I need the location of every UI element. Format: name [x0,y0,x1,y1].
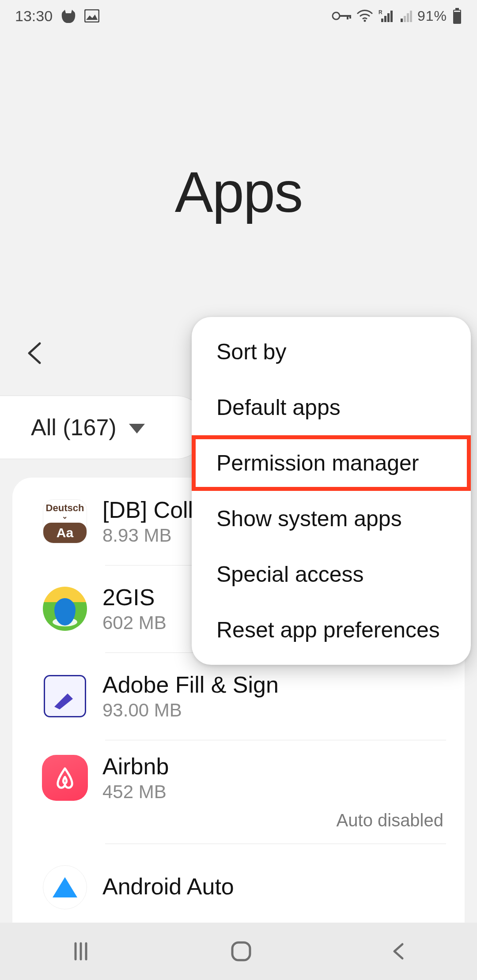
app-name: Android Auto [102,873,447,900]
svg-rect-15 [401,19,403,22]
app-size: 93.00 MB [102,700,447,721]
menu-item-default-apps[interactable]: Default apps [192,380,471,435]
menu-item-special-access[interactable]: Special access [192,547,471,602]
svg-rect-12 [404,16,406,22]
picture-icon [84,9,99,23]
app-row[interactable]: Android Auto [12,844,465,923]
battery-icon [452,8,462,24]
svg-rect-16 [455,8,459,10]
signal-2-icon [398,10,412,22]
app-row[interactable]: Airbnb 452 MB Auto disabled [12,740,465,844]
app-icon-airbnb [42,755,88,801]
wifi-icon [356,9,373,23]
app-name: Airbnb [102,753,447,780]
svg-rect-9 [387,13,390,22]
menu-item-show-system-apps[interactable]: Show system apps [192,491,471,547]
menu-item-sort-by[interactable]: Sort by [192,324,471,380]
app-icon-db: Deutsch⌄Aa [43,499,87,543]
svg-rect-10 [390,11,393,22]
svg-rect-7 [381,19,383,22]
svg-rect-13 [407,13,409,22]
app-aux-label: Auto disabled [27,810,447,830]
app-icon-2gis [43,587,87,631]
page-title: Apps [0,159,477,225]
nav-bar [0,923,477,980]
svg-rect-18 [454,11,460,12]
nav-recents-button[interactable] [68,941,94,962]
filter-dropdown[interactable]: All (167) [0,396,208,459]
svg-point-1 [333,12,340,19]
svg-rect-8 [384,16,386,22]
svg-rect-3 [347,15,348,19]
svg-rect-2 [340,15,350,17]
cat-icon [61,9,76,23]
chevron-down-icon [129,424,145,433]
battery-percent: 91% [417,8,447,24]
status-bar: 13:30 R 91% [0,0,477,32]
nav-home-button[interactable] [229,939,254,964]
menu-item-reset-app-preferences[interactable]: Reset app preferences [192,602,471,658]
status-time: 13:30 [15,8,53,25]
svg-point-5 [363,20,366,22]
menu-item-permission-manager[interactable]: Permission manager [192,435,471,491]
svg-rect-14 [410,11,412,22]
svg-rect-4 [349,15,351,19]
svg-text:R: R [379,10,382,15]
app-icon-adobe [44,675,86,717]
svg-rect-22 [232,942,250,960]
svg-rect-0 [85,10,99,22]
app-size: 452 MB [102,781,447,803]
app-icon-android-auto [43,865,87,909]
overflow-menu: Sort by Default apps Permission manager … [192,317,471,665]
back-button[interactable] [22,340,49,366]
app-row[interactable]: Adobe Fill & Sign 93.00 MB [12,652,465,740]
app-name: Adobe Fill & Sign [102,671,447,698]
signal-1-icon: R [379,10,393,22]
filter-label: All (167) [31,414,117,441]
nav-back-button[interactable] [388,941,409,962]
vpn-key-icon [332,11,351,21]
